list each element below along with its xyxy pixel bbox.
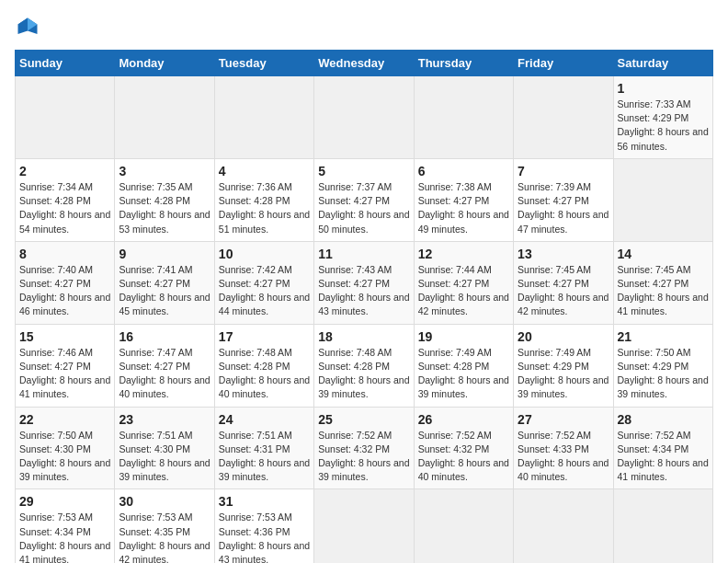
day-cell: 1Sunrise: 7:33 AMSunset: 4:29 PMDaylight… bbox=[613, 76, 712, 159]
day-cell: 2Sunrise: 7:34 AMSunset: 4:28 PMDaylight… bbox=[16, 158, 115, 241]
day-cell: 20Sunrise: 7:49 AMSunset: 4:29 PMDayligh… bbox=[514, 324, 613, 407]
day-cell: 4Sunrise: 7:36 AMSunset: 4:28 PMDaylight… bbox=[214, 158, 313, 241]
empty-cell bbox=[314, 76, 414, 159]
day-cell bbox=[613, 158, 712, 241]
empty-cell bbox=[16, 76, 115, 159]
header-cell-sunday: Sunday bbox=[16, 51, 115, 76]
day-cell: 30Sunrise: 7:53 AMSunset: 4:35 PMDayligh… bbox=[115, 489, 214, 563]
day-cell bbox=[613, 489, 712, 563]
day-cell: 12Sunrise: 7:44 AMSunset: 4:27 PMDayligh… bbox=[414, 241, 513, 324]
day-cell: 24Sunrise: 7:51 AMSunset: 4:31 PMDayligh… bbox=[214, 407, 313, 489]
day-cell: 19Sunrise: 7:49 AMSunset: 4:28 PMDayligh… bbox=[414, 324, 513, 407]
page-header bbox=[15, 15, 713, 40]
header-cell-wednesday: Wednesday bbox=[314, 51, 414, 76]
day-cell: 17Sunrise: 7:48 AMSunset: 4:28 PMDayligh… bbox=[214, 324, 313, 407]
day-cell: 26Sunrise: 7:52 AMSunset: 4:32 PMDayligh… bbox=[414, 407, 513, 489]
week-row: 8Sunrise: 7:40 AMSunset: 4:27 PMDaylight… bbox=[16, 241, 713, 324]
week-row: 2Sunrise: 7:34 AMSunset: 4:28 PMDaylight… bbox=[16, 158, 713, 241]
empty-cell bbox=[414, 76, 513, 159]
day-cell: 3Sunrise: 7:35 AMSunset: 4:28 PMDaylight… bbox=[115, 158, 214, 241]
day-cell: 18Sunrise: 7:48 AMSunset: 4:28 PMDayligh… bbox=[314, 324, 414, 407]
day-cell: 14Sunrise: 7:45 AMSunset: 4:27 PMDayligh… bbox=[613, 241, 712, 324]
day-cell: 27Sunrise: 7:52 AMSunset: 4:33 PMDayligh… bbox=[514, 407, 613, 489]
day-cell: 29Sunrise: 7:53 AMSunset: 4:34 PMDayligh… bbox=[16, 489, 115, 563]
day-cell: 6Sunrise: 7:38 AMSunset: 4:27 PMDaylight… bbox=[414, 158, 513, 241]
empty-cell bbox=[115, 76, 214, 159]
header-cell-saturday: Saturday bbox=[613, 51, 712, 76]
day-cell: 16Sunrise: 7:47 AMSunset: 4:27 PMDayligh… bbox=[115, 324, 214, 407]
calendar-table: SundayMondayTuesdayWednesdayThursdayFrid… bbox=[15, 50, 713, 563]
header-cell-thursday: Thursday bbox=[414, 51, 513, 76]
day-cell: 10Sunrise: 7:42 AMSunset: 4:27 PMDayligh… bbox=[214, 241, 313, 324]
day-cell: 7Sunrise: 7:39 AMSunset: 4:27 PMDaylight… bbox=[514, 158, 613, 241]
day-cell: 11Sunrise: 7:43 AMSunset: 4:27 PMDayligh… bbox=[314, 241, 414, 324]
day-cell: 9Sunrise: 7:41 AMSunset: 4:27 PMDaylight… bbox=[115, 241, 214, 324]
header-cell-tuesday: Tuesday bbox=[214, 51, 313, 76]
header-row: SundayMondayTuesdayWednesdayThursdayFrid… bbox=[16, 51, 713, 76]
day-cell bbox=[514, 489, 613, 563]
day-cell: 25Sunrise: 7:52 AMSunset: 4:32 PMDayligh… bbox=[314, 407, 414, 489]
day-cell: 5Sunrise: 7:37 AMSunset: 4:27 PMDaylight… bbox=[314, 158, 414, 241]
day-cell: 28Sunrise: 7:52 AMSunset: 4:34 PMDayligh… bbox=[613, 407, 712, 489]
day-cell: 31Sunrise: 7:53 AMSunset: 4:36 PMDayligh… bbox=[214, 489, 313, 563]
day-cell: 8Sunrise: 7:40 AMSunset: 4:27 PMDaylight… bbox=[16, 241, 115, 324]
day-cell: 21Sunrise: 7:50 AMSunset: 4:29 PMDayligh… bbox=[613, 324, 712, 407]
day-cell: 13Sunrise: 7:45 AMSunset: 4:27 PMDayligh… bbox=[514, 241, 613, 324]
empty-cell bbox=[214, 76, 313, 159]
header-cell-friday: Friday bbox=[514, 51, 613, 76]
day-cell: 22Sunrise: 7:50 AMSunset: 4:30 PMDayligh… bbox=[16, 407, 115, 489]
week-row: 15Sunrise: 7:46 AMSunset: 4:27 PMDayligh… bbox=[16, 324, 713, 407]
day-cell: 23Sunrise: 7:51 AMSunset: 4:30 PMDayligh… bbox=[115, 407, 214, 489]
empty-cell bbox=[514, 76, 613, 159]
day-cell bbox=[314, 489, 414, 563]
week-row: 1Sunrise: 7:33 AMSunset: 4:29 PMDaylight… bbox=[16, 76, 713, 159]
logo-icon bbox=[15, 15, 40, 40]
header-cell-monday: Monday bbox=[115, 51, 214, 76]
day-cell bbox=[414, 489, 513, 563]
day-cell: 15Sunrise: 7:46 AMSunset: 4:27 PMDayligh… bbox=[16, 324, 115, 407]
logo bbox=[15, 15, 44, 40]
week-row: 29Sunrise: 7:53 AMSunset: 4:34 PMDayligh… bbox=[16, 489, 713, 563]
week-row: 22Sunrise: 7:50 AMSunset: 4:30 PMDayligh… bbox=[16, 407, 713, 489]
